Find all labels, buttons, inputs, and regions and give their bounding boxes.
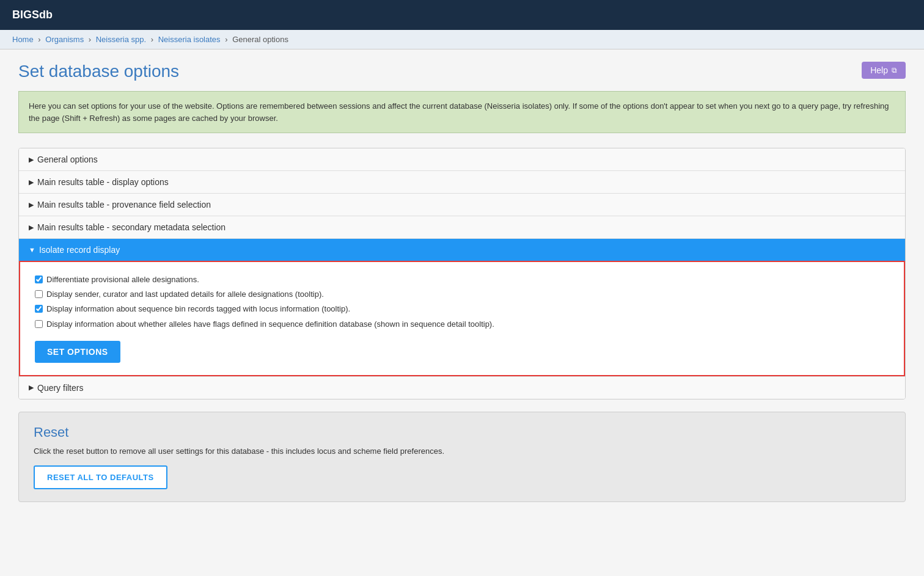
checkbox-label-provisional: Differentiate provisional allele designa…	[46, 274, 199, 285]
breadcrumb-organisms[interactable]: Organisms	[45, 35, 84, 44]
accordion-item-query: ▶ Query filters	[19, 377, 905, 399]
breadcrumb-sep-2: ›	[89, 35, 91, 44]
breadcrumb-home[interactable]: Home	[12, 35, 34, 44]
help-label: Help	[870, 65, 888, 75]
app-header: BIGSdb	[0, 0, 924, 30]
checkbox-flags[interactable]	[35, 320, 43, 328]
breadcrumb-sep-4: ›	[225, 35, 227, 44]
info-box: Here you can set options for your use of…	[18, 91, 906, 133]
accordion-header-metadata[interactable]: ▶ Main results table - secondary metadat…	[19, 216, 905, 238]
arrow-isolate: ▼	[29, 246, 35, 253]
reset-all-button[interactable]: RESET ALL TO DEFAULTS	[34, 465, 167, 489]
arrow-display: ▶	[29, 178, 34, 186]
isolate-record-content: Differentiate provisional allele designa…	[19, 261, 905, 376]
help-button[interactable]: Help ⧉	[862, 62, 906, 79]
main-content: Help ⧉ Set database options Here you can…	[0, 49, 924, 576]
reset-title: Reset	[34, 425, 890, 440]
breadcrumb-neisseria-spp[interactable]: Neisseria spp.	[96, 35, 146, 44]
accordion-label-display: Main results table - display options	[37, 177, 169, 187]
reset-description: Click the reset button to remove all use…	[34, 447, 890, 456]
app-title: BIGSdb	[12, 9, 53, 21]
external-link-icon: ⧉	[892, 66, 897, 75]
arrow-general: ▶	[29, 156, 34, 164]
checkbox-label-sequence-bin: Display information about sequence bin r…	[46, 304, 350, 315]
accordion-label-provenance: Main results table - provenance field se…	[37, 200, 211, 210]
checkbox-sequence-bin[interactable]	[35, 305, 43, 313]
breadcrumb-current: General options	[232, 35, 288, 44]
accordion-header-general[interactable]: ▶ General options	[19, 148, 905, 170]
accordion-label-isolate: Isolate record display	[39, 245, 120, 255]
accordion-item-provenance: ▶ Main results table - provenance field …	[19, 194, 905, 216]
arrow-metadata: ▶	[29, 224, 34, 231]
reset-section: Reset Click the reset button to remove a…	[18, 412, 906, 502]
accordion-header-query[interactable]: ▶ Query filters	[19, 377, 905, 399]
accordion-header-display[interactable]: ▶ Main results table - display options	[19, 171, 905, 193]
accordion-item-isolate: ▼ Isolate record display Differentiate p…	[19, 239, 905, 377]
accordion-header-isolate[interactable]: ▼ Isolate record display	[19, 239, 905, 261]
checkbox-provisional[interactable]	[35, 275, 43, 283]
breadcrumb-sep-1: ›	[38, 35, 40, 44]
info-text: Here you can set options for your use of…	[29, 101, 889, 123]
page-title: Set database options	[18, 62, 906, 81]
checkbox-label-flags: Display information about whether allele…	[46, 319, 494, 330]
arrow-provenance: ▶	[29, 201, 34, 209]
accordion-header-provenance[interactable]: ▶ Main results table - provenance field …	[19, 194, 905, 216]
accordion-label-query: Query filters	[37, 383, 83, 393]
breadcrumb-sep-3: ›	[151, 35, 153, 44]
checkbox-sender[interactable]	[35, 290, 43, 298]
checkbox-row-4[interactable]: Display information about whether allele…	[35, 319, 889, 330]
breadcrumb-neisseria-isolates[interactable]: Neisseria isolates	[158, 35, 221, 44]
checkbox-row-3[interactable]: Display information about sequence bin r…	[35, 304, 889, 315]
accordion-label-general: General options	[37, 155, 98, 164]
accordion-label-metadata: Main results table - secondary metadata …	[37, 222, 226, 232]
accordion-item-display: ▶ Main results table - display options	[19, 171, 905, 194]
breadcrumb: Home › Organisms › Neisseria spp. › Neis…	[0, 30, 924, 49]
checkbox-label-sender: Display sender, curator and last updated…	[46, 289, 324, 300]
arrow-query: ▶	[29, 384, 34, 392]
checkbox-row-1[interactable]: Differentiate provisional allele designa…	[35, 274, 889, 285]
set-options-button[interactable]: SET OPTIONS	[35, 341, 120, 363]
accordion-item-general: ▶ General options	[19, 148, 905, 171]
checkbox-group: Differentiate provisional allele designa…	[35, 274, 889, 330]
accordion-item-metadata: ▶ Main results table - secondary metadat…	[19, 216, 905, 239]
checkbox-row-2[interactable]: Display sender, curator and last updated…	[35, 289, 889, 300]
accordion: ▶ General options ▶ Main results table -…	[18, 148, 906, 399]
